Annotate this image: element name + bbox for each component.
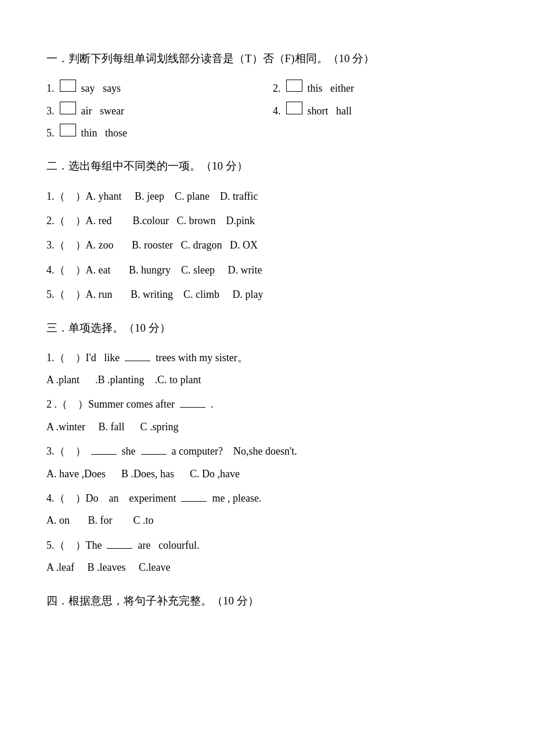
section3-q5-blank[interactable]	[107, 537, 132, 549]
q1-1-num: 1.	[46, 79, 55, 98]
section1-title: 一．判断下列每组单词划线部分读音是（T）否（F)相同。（10 分）	[46, 49, 488, 69]
section3-q5-opt: A .leaf B .leaves C.leave	[46, 558, 170, 577]
section3-q3-num: 3.（ ）	[46, 442, 86, 460]
section3-q5-options: A .leaf B .leaves C.leave	[46, 558, 488, 577]
section2-q3-line: 3.（ ）A. zoo B. rooster C. dragon D. OX	[46, 236, 488, 254]
q1-3: 3. air swear	[46, 102, 261, 120]
section3-q3-opt: A. have ,Does B .Does, has C. Do ,have	[46, 465, 240, 483]
q1-2: 2. this either	[273, 79, 488, 98]
section3-q4-opt: A. on B. for C .to	[46, 511, 154, 530]
section3-q3-blank2[interactable]	[141, 443, 167, 455]
section2-q4-line: 4.（ ）A. eat B. hungry C. sleep D. write	[46, 261, 488, 279]
q1-3-text: air swear	[81, 102, 124, 120]
q1-4-text: short hall	[308, 102, 352, 120]
section3-q2: 2 .（ ）Summer comes after . A .winter B. …	[46, 395, 488, 436]
q1-3-paren[interactable]	[60, 102, 76, 114]
section2-q1: 1.（ ）A. yhant B. jeep C. plane D. traffi…	[46, 187, 488, 206]
section2-q1-line: 1.（ ）A. yhant B. jeep C. plane D. traffi…	[46, 187, 488, 206]
q1-5-num: 5.	[46, 124, 55, 142]
q1-1-paren[interactable]	[60, 80, 76, 92]
section3-q4-text: me , please.	[212, 489, 261, 507]
q1-2-num: 2.	[273, 79, 281, 98]
section2-q1-num: 1.（ ）A. yhant B. jeep C. plane D. traffi…	[46, 187, 258, 206]
section3-q3-blank1[interactable]	[91, 443, 117, 455]
q1-4-num: 4.	[273, 102, 281, 120]
section1-row1: 1. say says 2. this either	[46, 79, 488, 98]
section3-q3-text1: she	[122, 442, 136, 460]
section2-q2-line: 2.（ ）A. red B.colour C. brown D.pink	[46, 211, 488, 230]
section3-q2-blank[interactable]	[180, 397, 205, 408]
section3-q3-text2: a computer? No,she doesn't.	[172, 442, 297, 460]
section3-q3-options: A. have ,Does B .Does, has C. Do ,have	[46, 465, 488, 483]
section2-title: 二．选出每组中不同类的一项。（10 分）	[46, 156, 488, 176]
section2-q5: 5.（ ）A. run B. writing C. climb D. play	[46, 285, 488, 304]
q1-5-paren[interactable]	[60, 124, 76, 136]
section3-q4-options: A. on B. for C .to	[46, 511, 488, 530]
section1-row2: 3. air swear 4. short hall	[46, 102, 488, 120]
section2-q4-num: 4.（ ）A. eat B. hungry C. sleep D. write	[46, 261, 262, 279]
section3-q1-options: A .plant .B .planting .C. to plant	[46, 370, 488, 389]
section3-title: 三．单项选择。（10 分）	[46, 318, 488, 338]
section1-row3: 5. thin those	[46, 124, 488, 142]
section2-q2: 2.（ ）A. red B.colour C. brown D.pink	[46, 211, 488, 230]
section3-q2-stem: 2 .（ ）Summer comes after .	[46, 395, 488, 413]
section2-q2-num: 2.（ ）A. red B.colour C. brown D.pink	[46, 211, 255, 230]
q1-4: 4. short hall	[273, 102, 488, 120]
q1-2-text: this either	[308, 79, 354, 98]
section2-q5-line: 5.（ ）A. run B. writing C. climb D. play	[46, 285, 488, 304]
section3-q4-num: 4.（ ）Do an experiment	[46, 489, 176, 507]
section2-q3: 3.（ ）A. zoo B. rooster C. dragon D. OX	[46, 236, 488, 254]
section2-q3-num: 3.（ ）A. zoo B. rooster C. dragon D. OX	[46, 236, 258, 254]
section3-q2-opt: A .winter B. fall C .spring	[46, 417, 179, 436]
q1-5-text: thin those	[81, 124, 128, 142]
q1-5: 5. thin those	[46, 124, 261, 142]
section3-q5-text: are colourful.	[138, 536, 199, 555]
section3-q4: 4.（ ）Do an experiment me , please. A. on…	[46, 489, 488, 530]
section3-q1-blank[interactable]	[125, 350, 150, 361]
section2-q5-num: 5.（ ）A. run B. writing C. climb D. play	[46, 285, 263, 304]
section3-q4-blank[interactable]	[181, 490, 207, 502]
q1-3-num: 3.	[46, 102, 55, 120]
q1-1-text: say says	[81, 79, 121, 98]
section3-q3: 3.（ ） she a computer? No,she doesn't. A.…	[46, 442, 488, 483]
section3-q1: 1.（ ）I'd like trees with my sister。 A .p…	[46, 348, 488, 390]
q1-4-paren[interactable]	[286, 102, 302, 114]
section3-q4-stem: 4.（ ）Do an experiment me , please.	[46, 489, 488, 507]
section2-q4: 4.（ ）A. eat B. hungry C. sleep D. write	[46, 261, 488, 279]
section3-q1-num: 1.（ ）I'd like	[46, 348, 120, 367]
section3-q2-period: .	[211, 395, 214, 413]
q1-2-paren[interactable]	[286, 80, 302, 92]
section3-q5-num: 5.（ ）The	[46, 536, 102, 555]
section3-q2-options: A .winter B. fall C .spring	[46, 417, 488, 436]
section3-q2-num: 2 .（ ）Summer comes after	[46, 395, 175, 413]
section4-title: 四．根据意思，将句子补充完整。（10 分）	[46, 591, 488, 611]
section3-q1-stem: 1.（ ）I'd like trees with my sister。	[46, 348, 488, 367]
section3-q5: 5.（ ）The are colourful. A .leaf B .leave…	[46, 536, 488, 577]
section3-q1-opt: A .plant .B .planting .C. to plant	[46, 370, 201, 389]
section3-q5-stem: 5.（ ）The are colourful.	[46, 536, 488, 555]
section3-q3-stem: 3.（ ） she a computer? No,she doesn't.	[46, 442, 488, 460]
section3-q1-text: trees with my sister。	[156, 348, 247, 367]
q1-1: 1. say says	[46, 79, 261, 98]
